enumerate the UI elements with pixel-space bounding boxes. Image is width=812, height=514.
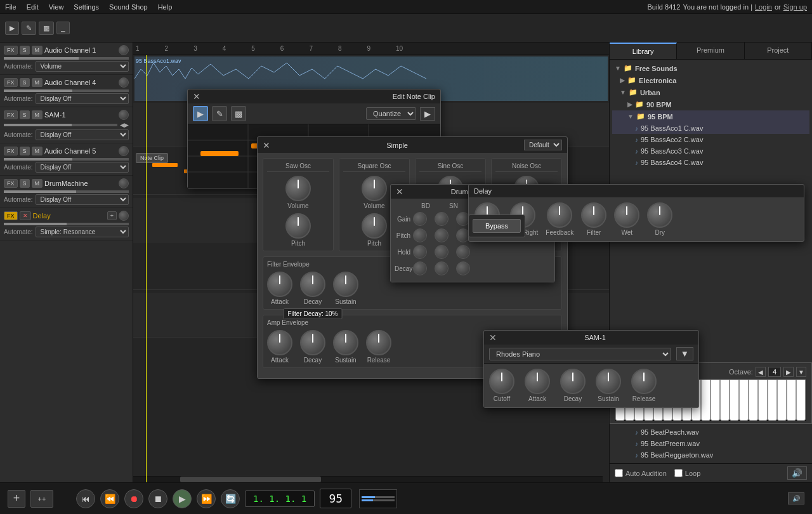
amp-release-knob[interactable] — [366, 330, 391, 355]
rewind-btn[interactable]: ⏮ — [76, 489, 95, 508]
signup-link[interactable]: Sign up — [783, 3, 807, 11]
filter-attack-knob[interactable] — [267, 272, 292, 297]
speaker-btn[interactable]: 🔊 — [787, 466, 807, 480]
dm-bd-gain-knob[interactable] — [413, 212, 427, 226]
loop-label[interactable]: Loop — [674, 469, 700, 477]
track-fx-btn[interactable]: FX — [4, 147, 18, 155]
key-a2[interactable] — [730, 379, 739, 421]
track-m-btn[interactable]: M — [32, 78, 43, 87]
stop-btn[interactable]: ⏹ — [148, 489, 167, 508]
menu-settings[interactable]: Settings — [74, 3, 99, 11]
automate-select[interactable]: Display Off — [36, 162, 129, 173]
tree-file-beatpeach[interactable]: ♪ 95 BeatPeach.wav — [612, 426, 809, 438]
track-s-btn[interactable]: S — [20, 110, 30, 119]
tree-file-beatpreem[interactable]: ♪ 95 BeatPreem.wav — [612, 438, 809, 449]
sam1-cutoff-knob[interactable] — [489, 369, 514, 394]
track-m-btn[interactable]: M — [32, 110, 43, 119]
menu-edit[interactable]: Edit — [27, 3, 39, 11]
dm-cp-decay-knob[interactable] — [456, 261, 470, 275]
delay-wet-knob[interactable] — [614, 202, 639, 228]
back-btn[interactable]: ⏪ — [100, 489, 119, 508]
automate-resonance-select[interactable]: Simple: Resonance — [36, 227, 129, 237]
track-s-btn[interactable]: S — [20, 78, 30, 87]
menu-help[interactable]: Help — [158, 3, 173, 11]
saw-pitch-knob[interactable] — [285, 213, 311, 239]
tab-project[interactable]: Project — [745, 43, 812, 59]
track-volume-knob[interactable] — [119, 77, 129, 88]
tree-file-bassaco3[interactable]: ♪ 95 BassAco3 C.wav — [612, 145, 809, 157]
tree-file-bassaco1[interactable]: ♪ 95 BassAco1 C.wav — [612, 122, 809, 134]
dm-close[interactable]: ✕ — [396, 187, 403, 196]
add-track-btn[interactable]: + — [8, 490, 25, 508]
tool-pencil[interactable]: ✎ — [22, 22, 36, 35]
tree-folder-electronica[interactable]: ▶ 📁 Electronica — [612, 74, 809, 86]
simple-close[interactable]: ✕ — [263, 141, 270, 150]
saw-volume-knob[interactable] — [285, 176, 311, 201]
filter-sustain-knob[interactable] — [333, 272, 358, 297]
automate-select[interactable]: Volume — [36, 61, 129, 72]
key-f2[interactable] — [710, 379, 720, 421]
track-volume-knob[interactable] — [119, 45, 129, 55]
loop-checkbox[interactable] — [674, 469, 683, 477]
track-fx-btn[interactable]: FX — [4, 110, 18, 119]
automate-select[interactable]: Display Off — [36, 194, 129, 205]
sam1-sustain-knob[interactable] — [596, 369, 621, 394]
enc-tool-pencil[interactable]: ✎ — [212, 106, 227, 121]
amp-sustain-knob[interactable] — [333, 330, 358, 355]
auto-audition-label[interactable]: Auto Audition — [615, 469, 667, 477]
delay-filter-knob[interactable] — [581, 202, 606, 228]
track-add-btn[interactable]: + — [107, 211, 117, 220]
track-fx-btn[interactable]: FX — [4, 46, 18, 55]
loop-btn[interactable]: 🔄 — [221, 489, 240, 508]
sam1-close[interactable]: ✕ — [489, 333, 497, 342]
track-m-btn[interactable]: M — [32, 179, 43, 188]
simple-preset-select[interactable]: Default — [524, 140, 562, 150]
dm-cp-hold-knob[interactable] — [456, 245, 470, 259]
track-s-btn[interactable]: S — [20, 147, 30, 155]
track-fx-btn[interactable]: FX — [4, 211, 18, 220]
filter-decay-knob[interactable] — [300, 272, 325, 297]
enc-play-btn[interactable]: ▶ — [420, 107, 435, 121]
tab-library[interactable]: Library — [610, 43, 677, 59]
tree-file-bassaco4[interactable]: ♪ 95 BassAco4 C.wav — [612, 157, 809, 168]
tree-file-bassaco2[interactable]: ♪ 95 BassAco2 C.wav — [612, 134, 809, 145]
enc-tool-select[interactable]: ▶ — [193, 106, 208, 121]
key-e2[interactable] — [701, 379, 710, 421]
menu-soundshop[interactable]: Sound Shop — [109, 3, 148, 11]
dm-sn-decay-knob[interactable] — [435, 261, 449, 275]
tree-file-beatreggaeton[interactable]: ♪ 95 BeatReggaeton.wav — [612, 449, 809, 461]
sam1-release-knob[interactable] — [631, 369, 657, 394]
amp-attack-knob[interactable] — [267, 330, 292, 355]
menu-file[interactable]: File — [5, 3, 16, 11]
tab-premium[interactable]: Premium — [677, 43, 744, 59]
bypass-button[interactable]: Bypass — [473, 219, 521, 233]
auto-audition-checkbox[interactable] — [615, 469, 623, 477]
tool-select[interactable]: ▶ — [5, 22, 19, 35]
dm-sn-gain-knob[interactable] — [435, 212, 449, 226]
sam1-attack-knob[interactable] — [525, 369, 550, 394]
amp-decay-knob[interactable] — [300, 330, 325, 355]
tree-folder-90bpm[interactable]: ▶ 📁 90 BPM — [612, 98, 809, 110]
octave-up-btn[interactable]: ▶ — [783, 367, 794, 377]
octave-more-btn[interactable]: ▼ — [796, 367, 806, 377]
sam1-decay-knob[interactable] — [560, 369, 586, 394]
menu-view[interactable]: View — [49, 3, 64, 11]
play-btn[interactable]: ▶ — [173, 489, 192, 508]
automate-select[interactable]: Display Off — [36, 93, 129, 104]
square-pitch-knob[interactable] — [362, 213, 387, 239]
track-s-btn[interactable]: S — [20, 179, 30, 188]
track-x-btn[interactable]: ✕ — [20, 211, 31, 220]
record-btn[interactable]: ⏺ — [124, 489, 143, 508]
enc-title-close[interactable]: ✕ — [193, 92, 200, 101]
track-fx-btn[interactable]: FX — [4, 78, 18, 87]
tree-folder-95bpm[interactable]: ▼ 📁 95 BPM — [612, 110, 809, 122]
track-m-btn[interactable]: M — [32, 46, 43, 55]
automate-select[interactable]: Display Off — [36, 129, 129, 140]
enc-tool-bars[interactable]: ▩ — [231, 106, 246, 121]
sam1-preset-arrow[interactable]: ▼ — [676, 347, 693, 360]
quantize-select[interactable]: Quantize — [366, 107, 416, 120]
dm-bd-hold-knob[interactable] — [413, 245, 427, 259]
sam1-preset-select[interactable]: Rhodes Piano — [489, 348, 671, 360]
tree-folder-free-sounds[interactable]: ▼ 📁 Free Sounds — [612, 62, 809, 74]
dm-bd-pitch-knob[interactable] — [413, 228, 427, 242]
